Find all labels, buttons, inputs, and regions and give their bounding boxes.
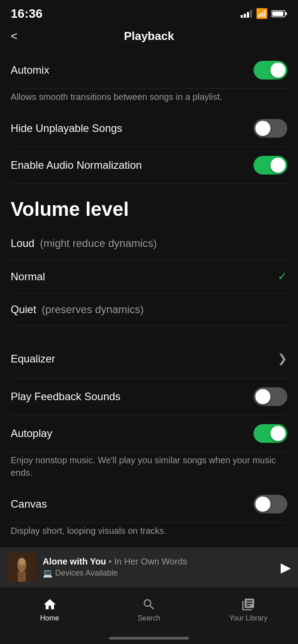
- equalizer-row[interactable]: Equalizer ❯: [11, 339, 287, 378]
- now-playing-info: Alone with You • In Her Own Words 💻 Devi…: [43, 557, 274, 578]
- chevron-right-icon: ❯: [278, 352, 287, 366]
- autoplay-description: Enjoy nonstop music. We'll play you simi…: [11, 452, 287, 486]
- now-playing-devices: 💻 Devices Available: [43, 568, 274, 578]
- automix-toggle[interactable]: [254, 61, 287, 80]
- svg-point-6: [18, 558, 25, 565]
- home-indicator: [109, 637, 189, 640]
- automix-description: Allows smooth transitions between songs …: [11, 89, 287, 110]
- audio-normalization-thumb: [270, 158, 286, 173]
- autoplay-thumb: [270, 426, 286, 441]
- wifi-icon: 📶: [256, 8, 268, 20]
- canvas-thumb: [255, 497, 270, 512]
- automix-label: Automix: [11, 64, 49, 76]
- autoplay-toggle[interactable]: [254, 424, 287, 443]
- play-feedback-thumb: [255, 389, 270, 404]
- hide-unplayable-thumb: [255, 121, 270, 136]
- library-icon: [241, 597, 255, 612]
- automix-row: Automix: [11, 52, 287, 89]
- volume-level-section: Volume level Loud (might reduce dynamics…: [11, 184, 287, 326]
- album-art: [7, 553, 36, 582]
- play-feedback-row: Play Feedback Sounds: [11, 378, 287, 415]
- hide-unplayable-row: Hide Unplayable Songs: [11, 110, 287, 147]
- play-button[interactable]: ▶: [281, 560, 291, 575]
- svg-rect-5: [18, 571, 26, 582]
- now-playing-title: Alone with You • In Her Own Words: [43, 557, 274, 567]
- signal-icon: [241, 10, 252, 18]
- volume-normal-label: Normal: [11, 270, 45, 282]
- volume-loud[interactable]: Loud (might reduce dynamics): [11, 227, 287, 260]
- autoplay-section: Autoplay Enjoy nonstop music. We'll play…: [11, 415, 287, 486]
- svg-rect-2: [272, 12, 283, 16]
- nav-search[interactable]: Search: [99, 597, 198, 622]
- play-feedback-toggle[interactable]: [254, 387, 287, 406]
- hide-unplayable-label: Hide Unplayable Songs: [11, 122, 122, 135]
- play-feedback-label: Play Feedback Sounds: [11, 390, 121, 403]
- battery-icon: [271, 10, 287, 18]
- autoplay-row: Autoplay: [11, 415, 287, 452]
- canvas-toggle[interactable]: [254, 495, 287, 513]
- nav-home[interactable]: Home: [0, 597, 99, 622]
- automix-thumb: [270, 63, 286, 78]
- volume-loud-label: Loud: [11, 237, 34, 249]
- home-label: Home: [40, 614, 59, 622]
- equalizer-label: Equalizer: [11, 353, 55, 365]
- volume-loud-subtext: (might reduce dynamics): [40, 237, 157, 249]
- svg-rect-1: [285, 12, 287, 15]
- nav-library[interactable]: Your Library: [199, 597, 298, 622]
- page-header: < Playback: [0, 25, 298, 52]
- status-bar: 16:36 📶: [0, 0, 298, 25]
- status-time: 16:36: [11, 7, 43, 21]
- volume-quiet-label: Quiet: [11, 303, 36, 315]
- audio-normalization-toggle[interactable]: [254, 156, 287, 175]
- volume-level-title: Volume level: [11, 184, 287, 227]
- search-icon: [142, 597, 156, 612]
- now-playing-bar[interactable]: Alone with You • In Her Own Words 💻 Devi…: [0, 547, 298, 587]
- volume-normal[interactable]: Normal ✓: [11, 260, 287, 294]
- hide-unplayable-toggle[interactable]: [254, 119, 287, 138]
- audio-normalization-label: Enable Audio Normalization: [11, 159, 142, 171]
- automix-section: Automix Allows smooth transitions betwee…: [11, 52, 287, 110]
- status-icons: 📶: [241, 8, 287, 20]
- back-button[interactable]: <: [11, 29, 17, 43]
- bottom-nav: Home Search Your Library: [0, 587, 298, 644]
- volume-quiet[interactable]: Quiet (preserves dynamics): [11, 294, 287, 326]
- search-label: Search: [138, 614, 161, 622]
- devices-icon: 💻: [43, 568, 52, 578]
- canvas-description: Display short, looping visuals on tracks…: [11, 523, 287, 544]
- volume-normal-checkmark: ✓: [278, 270, 287, 283]
- page-title: Playback: [124, 29, 174, 43]
- audio-normalization-row: Enable Audio Normalization: [11, 147, 287, 184]
- home-icon: [43, 597, 57, 612]
- autoplay-label: Autoplay: [11, 427, 52, 440]
- library-label: Your Library: [229, 614, 267, 622]
- canvas-row: Canvas: [11, 486, 287, 523]
- volume-quiet-subtext: (preserves dynamics): [42, 303, 144, 315]
- canvas-section: Canvas Display short, looping visuals on…: [11, 486, 287, 544]
- album-art-image: [7, 553, 36, 582]
- canvas-label: Canvas: [11, 498, 47, 510]
